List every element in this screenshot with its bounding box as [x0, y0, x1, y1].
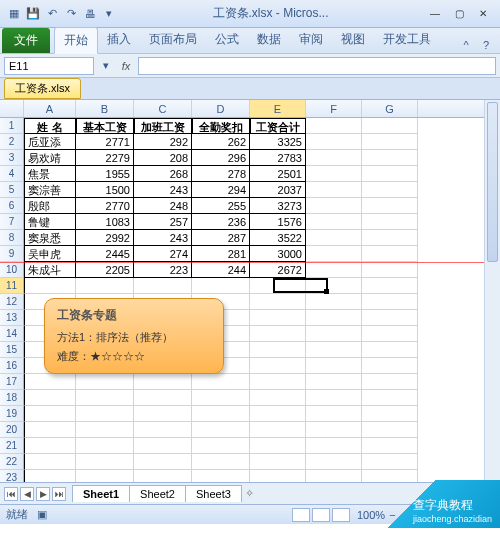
row-header[interactable]: 17: [0, 374, 24, 390]
row-header[interactable]: 7: [0, 214, 24, 230]
zoom-in-button[interactable]: +: [488, 509, 494, 521]
column-header[interactable]: A: [24, 100, 76, 117]
data-cell[interactable]: [250, 406, 306, 422]
data-cell[interactable]: [362, 262, 418, 278]
data-cell[interactable]: [24, 422, 76, 438]
data-cell[interactable]: [362, 438, 418, 454]
data-cell[interactable]: 268: [134, 166, 192, 182]
row-header[interactable]: 21: [0, 438, 24, 454]
column-header[interactable]: B: [76, 100, 134, 117]
data-cell[interactable]: [362, 134, 418, 150]
data-cell[interactable]: 1955: [76, 166, 134, 182]
data-cell[interactable]: [76, 278, 134, 294]
data-cell[interactable]: 鲁键: [24, 214, 76, 230]
data-cell[interactable]: [250, 470, 306, 482]
sheet-tab[interactable]: Sheet1: [72, 485, 130, 502]
row-header[interactable]: 22: [0, 454, 24, 470]
data-cell[interactable]: 287: [192, 230, 250, 246]
data-cell[interactable]: 2770: [76, 198, 134, 214]
row-header[interactable]: 10: [0, 262, 24, 278]
data-cell[interactable]: [362, 182, 418, 198]
normal-view-button[interactable]: [292, 508, 310, 522]
page-layout-view-button[interactable]: [312, 508, 330, 522]
ribbon-tab-3[interactable]: 公式: [206, 27, 248, 53]
data-cell[interactable]: [306, 422, 362, 438]
data-cell[interactable]: 吴申虎: [24, 246, 76, 262]
ribbon-tab-0[interactable]: 开始: [54, 27, 98, 54]
data-cell[interactable]: 296: [192, 150, 250, 166]
data-cell[interactable]: [134, 406, 192, 422]
data-cell[interactable]: [306, 166, 362, 182]
name-box[interactable]: E11: [4, 57, 94, 75]
data-cell[interactable]: 236: [192, 214, 250, 230]
data-cell[interactable]: [306, 262, 362, 278]
undo-icon[interactable]: ↶: [44, 6, 60, 22]
data-cell[interactable]: 1500: [76, 182, 134, 198]
header-cell[interactable]: 全勤奖扣: [192, 118, 250, 134]
data-cell[interactable]: 248: [134, 198, 192, 214]
data-cell[interactable]: 278: [192, 166, 250, 182]
data-cell[interactable]: [362, 294, 418, 310]
file-tab[interactable]: 文件: [2, 28, 50, 53]
row-header[interactable]: 13: [0, 310, 24, 326]
data-cell[interactable]: 262: [192, 134, 250, 150]
header-cell[interactable]: [362, 118, 418, 134]
data-cell[interactable]: [362, 470, 418, 482]
row-header[interactable]: 6: [0, 198, 24, 214]
data-cell[interactable]: [24, 374, 76, 390]
ribbon-tab-1[interactable]: 插入: [98, 27, 140, 53]
zoom-level[interactable]: 100%: [357, 509, 385, 521]
data-cell[interactable]: 294: [192, 182, 250, 198]
data-cell[interactable]: [134, 438, 192, 454]
row-header[interactable]: 11: [0, 278, 24, 294]
data-cell[interactable]: [250, 358, 306, 374]
column-header[interactable]: C: [134, 100, 192, 117]
data-cell[interactable]: [192, 454, 250, 470]
data-cell[interactable]: [306, 294, 362, 310]
data-cell[interactable]: 2501: [250, 166, 306, 182]
minimize-ribbon-icon[interactable]: ^: [458, 37, 474, 53]
data-cell[interactable]: [362, 390, 418, 406]
data-cell[interactable]: [76, 390, 134, 406]
data-cell[interactable]: 257: [134, 214, 192, 230]
data-cell[interactable]: [362, 214, 418, 230]
row-header[interactable]: 23: [0, 470, 24, 482]
data-cell[interactable]: [134, 390, 192, 406]
ribbon-tab-5[interactable]: 审阅: [290, 27, 332, 53]
data-cell[interactable]: [76, 470, 134, 482]
row-header[interactable]: 19: [0, 406, 24, 422]
vertical-scrollbar[interactable]: [484, 100, 500, 500]
data-cell[interactable]: [362, 310, 418, 326]
data-cell[interactable]: [306, 278, 362, 294]
column-header[interactable]: G: [362, 100, 418, 117]
data-cell[interactable]: [24, 438, 76, 454]
data-cell[interactable]: [250, 278, 306, 294]
data-cell[interactable]: 3325: [250, 134, 306, 150]
data-cell[interactable]: [134, 278, 192, 294]
ribbon-tab-6[interactable]: 视图: [332, 27, 374, 53]
column-header[interactable]: E: [250, 100, 306, 117]
data-cell[interactable]: 244: [192, 262, 250, 278]
new-sheet-button[interactable]: ✧: [241, 487, 259, 500]
data-cell[interactable]: 殷郎: [24, 198, 76, 214]
data-cell[interactable]: [306, 438, 362, 454]
zoom-out-button[interactable]: −: [389, 509, 395, 521]
data-cell[interactable]: [362, 198, 418, 214]
row-header[interactable]: 5: [0, 182, 24, 198]
data-cell[interactable]: [306, 198, 362, 214]
row-header[interactable]: 18: [0, 390, 24, 406]
ribbon-tab-4[interactable]: 数据: [248, 27, 290, 53]
data-cell[interactable]: [134, 422, 192, 438]
data-cell[interactable]: 281: [192, 246, 250, 262]
data-cell[interactable]: [250, 422, 306, 438]
workbook-tab[interactable]: 工资条.xlsx: [4, 78, 81, 99]
data-cell[interactable]: [76, 406, 134, 422]
row-header[interactable]: 2: [0, 134, 24, 150]
row-header[interactable]: 16: [0, 358, 24, 374]
data-cell[interactable]: [250, 342, 306, 358]
page-break-view-button[interactable]: [332, 508, 350, 522]
data-cell[interactable]: [134, 454, 192, 470]
data-cell[interactable]: [306, 374, 362, 390]
print-icon[interactable]: 🖶: [82, 6, 98, 22]
minimize-button[interactable]: —: [424, 6, 446, 22]
